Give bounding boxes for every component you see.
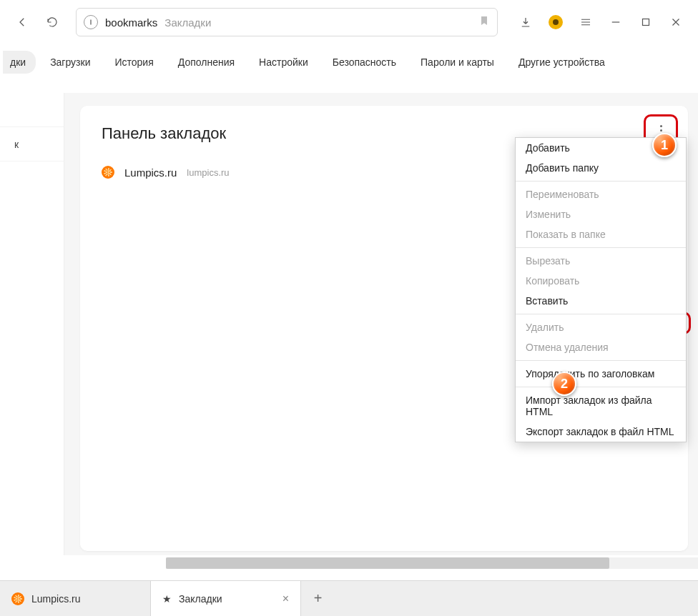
menu-item[interactable]: Добавить папку (516, 158, 686, 178)
reload-button[interactable] (39, 9, 66, 36)
menu-item: Переименовать (516, 184, 686, 204)
subnav-tab-passwords[interactable]: Пароли и карты (411, 51, 504, 74)
bookmark-page-icon[interactable] (478, 15, 490, 29)
menu-item: Изменить (516, 204, 686, 224)
tab-close-button[interactable]: × (282, 593, 289, 605)
browser-toolbar: bookmarks Закладки (0, 0, 698, 44)
bookmark-host: lumpics.ru (187, 167, 229, 178)
menu-item[interactable]: Вставить (516, 291, 686, 311)
subnav-tab-downloads[interactable]: Загрузки (40, 51, 100, 74)
menu-item[interactable]: Импорт закладок из файла HTML (516, 390, 686, 422)
sidebar-item[interactable]: к (0, 127, 64, 162)
tab-lumpics[interactable]: Lumpics.ru (0, 581, 150, 616)
subnav-tab-settings[interactable]: Настройки (249, 51, 318, 74)
subnav-tab-security[interactable]: Безопасность (323, 51, 406, 74)
subnav-tab-addons[interactable]: Дополнения (168, 51, 245, 74)
subnav-tab-history[interactable]: История (104, 51, 163, 74)
tab-bookmarks[interactable]: ★ Закладки × (150, 581, 300, 616)
context-menu: ДобавитьДобавить папкуПереименоватьИзмен… (515, 137, 687, 442)
menu-item: Копировать (516, 271, 686, 291)
url-scheme: bookmarks (105, 16, 157, 29)
toolbar-right (512, 9, 689, 36)
window-minimize-button[interactable] (602, 9, 629, 36)
annotation-marker-2: 2 (552, 372, 576, 396)
downloads-button[interactable] (512, 9, 539, 36)
horizontal-scrollbar[interactable] (166, 557, 698, 569)
star-icon: ★ (162, 593, 172, 605)
extension-button[interactable] (542, 9, 569, 36)
window-close-button[interactable] (662, 9, 689, 36)
url-title: Закладки (164, 16, 211, 29)
menu-item: Показать в папке (516, 224, 686, 244)
menu-item: Вырезать (516, 251, 686, 271)
subnav-tab-bookmarks[interactable]: дки (3, 51, 36, 74)
tab-strip: Lumpics.ru ★ Закладки × + (0, 580, 698, 616)
bookmark-name: Lumpics.ru (124, 167, 177, 179)
scrollbar-thumb[interactable] (166, 557, 609, 569)
new-tab-button[interactable]: + (300, 581, 335, 616)
window-maximize-button[interactable] (632, 9, 659, 36)
address-bar[interactable]: bookmarks Закладки (76, 8, 498, 36)
tab-title: Закладки (179, 593, 222, 605)
menu-item: Отмена удаления (516, 337, 686, 357)
menu-item[interactable]: Упорядочить по заголовкам (516, 364, 686, 384)
tab-title: Lumpics.ru (31, 593, 80, 605)
bookmark-favicon (102, 166, 114, 179)
site-identity-icon (84, 15, 98, 29)
menu-item: Удалить (516, 317, 686, 337)
subnav-tab-devices[interactable]: Другие устройства (508, 51, 615, 74)
settings-subnav: дки Загрузки История Дополнения Настройк… (0, 44, 698, 80)
sidebar-item[interactable] (0, 93, 64, 127)
back-button[interactable] (9, 9, 36, 36)
tab-favicon-lumpics (11, 592, 24, 605)
svg-rect-0 (643, 19, 649, 26)
bookmarks-sidebar: к (0, 93, 64, 555)
annotation-marker-1: 1 (652, 133, 677, 157)
menu-item[interactable]: Экспорт закладок в файл HTML (516, 422, 686, 442)
menu-button[interactable] (572, 9, 599, 36)
